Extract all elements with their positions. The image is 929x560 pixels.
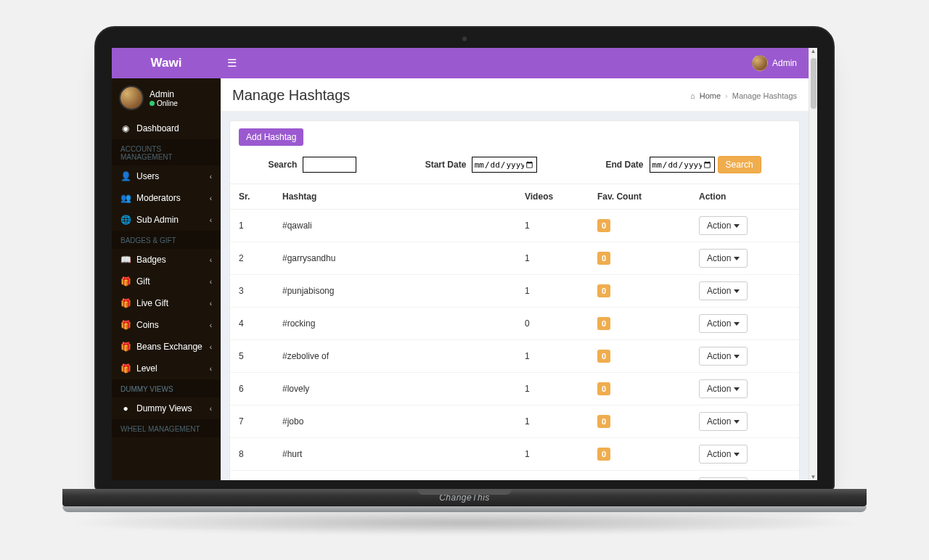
scroll-down-icon[interactable]: ▼ [811,474,817,480]
sidebar-item-label: Beans Exchange [136,342,202,352]
table-row: 2#garrysandhu10Action [230,242,799,275]
sidebar-item-users[interactable]: 👤Users‹ [112,165,221,187]
action-dropdown-button[interactable]: Action [699,314,748,333]
start-date-input[interactable] [472,157,537,173]
page-title: Manage Hashtags [232,87,350,104]
sidebar-item-label: Badges [136,255,166,265]
scroll-up-icon[interactable]: ▲ [811,48,817,54]
cell-hashtag: #hurt [274,438,516,471]
cell-sr: 5 [230,340,274,373]
action-dropdown-button[interactable]: Action [699,249,748,268]
cell-fav: 0 [589,340,690,373]
start-date-label: Start Date [425,160,467,170]
chevron-left-icon: ‹ [210,343,212,351]
cell-sr: 3 [230,275,274,308]
table-row: 7#jobo10Action [230,405,799,438]
sidebar-item-label: Coins [136,320,159,330]
caret-down-icon [734,420,740,424]
action-dropdown-button[interactable]: Action [699,216,748,235]
scroll-thumb[interactable] [811,58,817,109]
add-hashtag-button[interactable]: Add Hashtag [239,128,303,146]
sidebar-item-label: Dashboard [136,123,179,133]
action-dropdown-button[interactable]: Action [699,281,748,300]
sidebar-item-dummyviews[interactable]: ●Dummy Views‹ [112,398,221,419]
gift-icon: 🎁 [120,298,131,308]
cell-fav: 0 [589,438,690,471]
cell-sr: 2 [230,242,274,275]
topbar: Wawi ☰ Admin [112,48,809,78]
laptop-camera [462,36,467,41]
action-dropdown-button[interactable]: Action [699,445,748,464]
col-hashtag: Hashtag [274,184,516,210]
screen: Wawi ☰ Admin [112,48,817,480]
caret-down-icon [734,224,740,228]
table-row: 9#frindsforever #zeboliveho10Action [230,471,799,481]
action-dropdown-button[interactable]: Action [699,347,748,366]
fav-badge: 0 [597,284,610,297]
cell-sr: 9 [230,471,274,481]
fav-badge: 0 [597,350,610,363]
cell-sr: 4 [230,308,274,340]
search-button[interactable]: Search [718,156,761,173]
search-input[interactable] [303,157,356,173]
sidebar-item-level[interactable]: 🎁Level‹ [112,358,221,379]
sidebar-item-gift[interactable]: 🎁Gift‹ [112,271,221,292]
table-row: 5#zebolive of10Action [230,340,799,373]
sidebar-item-label: Gift [136,276,150,287]
col-videos: Videos [516,184,589,210]
cell-fav: 0 [589,405,690,438]
sidebar-user: Admin Online [112,78,221,118]
cell-hashtag: #jobo [274,405,516,438]
cell-videos: 1 [516,471,589,481]
content: Manage Hashtags ⌂ Home › Manage Hashtags [221,78,809,480]
sidebar-item-moderators[interactable]: 👥Moderators‹ [112,187,221,209]
sidebar-item-label: Users [136,171,159,181]
sidebar-item-coins[interactable]: 🎁Coins‹ [112,314,221,336]
fav-badge: 0 [597,382,610,395]
col-sr: Sr. [230,184,274,210]
cell-fav: 0 [589,373,690,405]
hamburger-icon[interactable]: ☰ [221,57,242,70]
sidebar-item-subadmin[interactable]: 🌐Sub Admin‹ [112,209,221,231]
breadcrumb-home[interactable]: Home [700,91,721,100]
cell-hashtag: #zebolive of [274,340,516,373]
action-dropdown-button[interactable]: Action [699,477,748,480]
chevron-left-icon: ‹ [210,173,212,181]
scrollbar[interactable]: ▲ ▼ [809,48,817,480]
table-row: 4#rocking00Action [230,308,799,340]
cell-sr: 8 [230,438,274,471]
sidebar-user-name: Admin [150,89,178,99]
status-online-icon [150,101,155,106]
cell-hashtag: #punjabisong [274,275,516,308]
brand-logo[interactable]: Wawi [112,56,221,70]
cell-videos: 1 [516,438,589,471]
cell-videos: 1 [516,242,589,275]
chevron-left-icon: ‹ [210,365,212,373]
cell-fav: 0 [589,275,690,308]
caret-down-icon [734,322,740,326]
fav-badge: 0 [597,448,610,461]
action-dropdown-button[interactable]: Action [699,412,748,431]
topbar-user[interactable]: Admin [752,55,809,71]
table-row: 6#lovely10Action [230,373,799,405]
sidebar-item-livegift[interactable]: 🎁Live Gift‹ [112,292,221,314]
table-row: 1#qawali10Action [230,210,799,242]
sidebar-item-beans[interactable]: 🎁Beans Exchange‹ [112,336,221,358]
cell-fav: 0 [589,308,690,340]
cell-hashtag: #frindsforever #zeboliveho [274,471,516,481]
chevron-left-icon: ‹ [210,216,212,224]
end-date-label: End Date [606,160,644,170]
book-icon: 📖 [120,255,131,265]
cell-sr: 7 [230,405,274,438]
sidebar-item-dashboard[interactable]: ◉ Dashboard [112,118,221,139]
end-date-input[interactable] [650,157,715,173]
sidebar-item-badges[interactable]: 📖Badges‹ [112,249,221,271]
table-row: 8#hurt10Action [230,438,799,471]
avatar-icon [752,55,768,71]
home-icon: ⌂ [690,91,695,100]
circle-icon: ● [120,403,131,413]
avatar-icon [119,86,144,110]
sidebar-user-status: Online [150,99,178,107]
caret-down-icon [734,289,740,293]
action-dropdown-button[interactable]: Action [699,379,748,398]
